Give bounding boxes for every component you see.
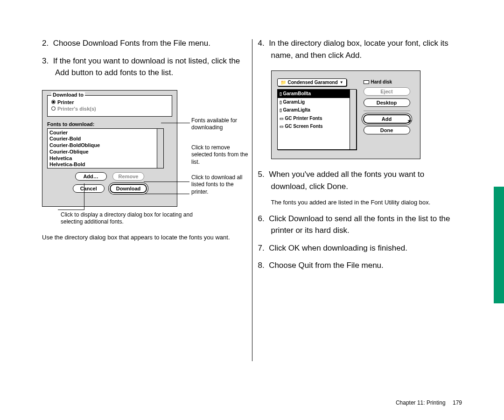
list-item[interactable]: Courier-Bold [49, 136, 155, 142]
desktop-button[interactable]: Desktop [364, 98, 410, 107]
hard-disk-label: Hard disk [364, 79, 410, 84]
document-icon [280, 98, 282, 106]
callout-download: Click to download all listed fonts to th… [191, 174, 252, 196]
document-icon [280, 106, 282, 114]
list-item[interactable]: Helvetica [49, 155, 155, 162]
fonts-list[interactable]: Courier Courier-Bold Courier-BoldOblique… [47, 128, 164, 168]
list-item[interactable]: Helvetica-Bold [49, 161, 155, 168]
cancel-button[interactable]: Cancel [73, 184, 105, 193]
left-follow-text: Use the directory dialog box that appear… [42, 233, 246, 242]
scrollbar[interactable] [350, 90, 356, 149]
download-to-group: Download to Printer Printer's disk(s) [47, 95, 172, 117]
radio-printer[interactable]: Printer [51, 99, 168, 105]
step-5: 5. When you've added all the fonts you w… [258, 168, 462, 192]
disk-icon [364, 80, 369, 84]
list-item[interactable]: GC Screen Fonts [278, 122, 350, 131]
section-tab [494, 187, 504, 303]
figure-font-utility: Download to Printer Printer's disk(s) Fo… [42, 90, 246, 225]
step-2: 2. Choose Download Fonts from the File m… [42, 37, 246, 49]
list-item[interactable]: GaramLigIta [278, 106, 350, 114]
fonts-to-download-label: Fonts to download: [47, 120, 172, 128]
callout-remove: Click to remove selected fonts from the … [191, 144, 252, 166]
list-item[interactable]: Courier-Oblique [49, 149, 155, 155]
page-footer: Chapter 11: Printing 179 [396, 399, 462, 406]
right-column: 4. In the directory dialog box, locate y… [252, 37, 462, 387]
font-utility-dialog: Download to Printer Printer's disk(s) Fo… [42, 90, 177, 207]
left-column: 2. Choose Download Fonts from the File m… [42, 37, 252, 387]
document-icon [280, 90, 282, 98]
step-7: 7. Click OK when downloading is finished… [258, 242, 462, 254]
radio-printers-disk[interactable]: Printer's disk(s) [51, 106, 168, 112]
manual-page: 2. Choose Download Fonts from the File m… [42, 37, 462, 387]
folder-icon [280, 123, 284, 130]
separator [364, 111, 410, 111]
steps-right-a: 4. In the directory dialog box, locate y… [258, 37, 462, 61]
add-button[interactable]: Add [364, 115, 410, 123]
eject-button[interactable]: Eject [364, 87, 410, 96]
steps-left: 2. Choose Download Fonts from the File m… [42, 37, 246, 79]
steps-right-b: 5. When you've added all the fonts you w… [258, 168, 462, 192]
remove-button[interactable]: Remove [112, 172, 145, 181]
step-8: 8. Choose Quit from the File menu. [258, 259, 462, 272]
radio-off-icon [51, 106, 56, 111]
figure-directory-dialog: 📁 Condensed Garamond ▼ GaramBolIta Garam… [271, 70, 420, 159]
list-item[interactable]: Courier-BoldOblique [49, 142, 155, 149]
list-item[interactable]: GC Printer Fonts [278, 114, 350, 123]
radio-on-icon [51, 100, 56, 104]
add-button[interactable]: Add… [75, 172, 107, 181]
chevron-down-icon: ▼ [340, 80, 343, 84]
step-3: 3. If the font you want to download is n… [42, 55, 246, 79]
chapter-label: Chapter 11: Printing [396, 399, 446, 406]
callout-fonts-available: Fonts available for downloading [191, 117, 252, 132]
font-utility-note: The fonts you added are listed in the Fo… [258, 198, 462, 207]
step-4: 4. In the directory dialog box, locate y… [258, 37, 462, 61]
fonts-list-body: Courier Courier-Bold Courier-BoldOblique… [48, 129, 157, 168]
list-item[interactable]: GaramBolIta [278, 90, 350, 98]
list-item[interactable]: Courier [49, 130, 155, 136]
download-button[interactable]: Download [110, 184, 147, 193]
folder-icon [280, 115, 284, 122]
step-6: 6. Click Download to send all the fonts … [258, 213, 462, 237]
list-item[interactable]: GaramLig [278, 98, 350, 106]
done-button[interactable]: Done [364, 126, 410, 134]
page-number: 179 [453, 399, 462, 406]
callout-add: Click to display a directory dialog box … [61, 211, 201, 226]
scrollbar[interactable] [157, 129, 163, 168]
folder-dropdown[interactable]: 📁 Condensed Garamond ▼ [277, 78, 347, 86]
file-list[interactable]: GaramBolIta GaramLig GaramLigIta GC Prin… [277, 89, 357, 150]
steps-right-c: 6. Click Download to send all the fonts … [258, 213, 462, 272]
download-to-legend: Download to [51, 92, 85, 98]
